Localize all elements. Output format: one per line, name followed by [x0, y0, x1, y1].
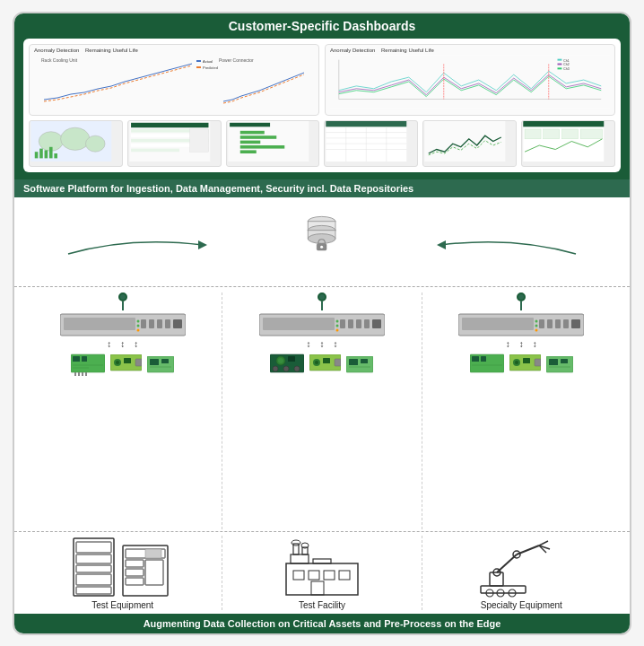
- svg-rect-68: [141, 319, 146, 328]
- right-chart-box: Anomaly Detection Remaining Useful Life: [325, 44, 615, 116]
- svg-rect-69: [149, 319, 154, 328]
- svg-rect-82: [78, 372, 80, 376]
- right-chart-svg: Ch1 Ch2 Ch3: [330, 55, 610, 109]
- svg-rect-163: [293, 571, 304, 580]
- svg-rect-81: [74, 372, 76, 376]
- svg-rect-42: [326, 121, 407, 127]
- svg-rect-1: [196, 60, 201, 62]
- svg-rect-11: [558, 58, 562, 60]
- svg-rect-67: [64, 318, 135, 330]
- svg-rect-54: [544, 129, 560, 139]
- right-arrow-to-db: [387, 231, 585, 258]
- svg-rect-164: [309, 571, 319, 580]
- svg-point-106: [278, 358, 283, 363]
- svg-rect-100: [372, 319, 381, 328]
- cloud-section: [14, 197, 630, 287]
- board-connector-3: [509, 354, 541, 376]
- svg-rect-51: [523, 121, 604, 162]
- svg-point-128: [535, 324, 538, 327]
- svg-rect-99: [364, 319, 370, 328]
- svg-rect-97: [348, 319, 353, 328]
- svg-rect-138: [535, 359, 541, 366]
- bottom-banner-text: Augmenting Data Collection on Critical A…: [23, 618, 621, 629]
- screen-thumbnail-row: [29, 120, 615, 167]
- svg-rect-114: [323, 358, 330, 363]
- arrow-bi-2b: ↕: [319, 339, 324, 349]
- svg-point-102: [335, 324, 338, 327]
- svg-rect-140: [549, 359, 558, 365]
- svg-point-75: [136, 328, 139, 331]
- svg-rect-152: [126, 569, 144, 576]
- server-unit-3: [458, 312, 584, 337]
- svg-rect-89: [135, 359, 142, 366]
- cloud-row: [32, 203, 612, 281]
- software-platform-banner: Software Platform for Ingestion, Data Ma…: [14, 179, 630, 197]
- svg-rect-167: [311, 581, 324, 595]
- svg-point-103: [335, 328, 338, 331]
- dashboard-content: Anomaly Detection Remaining Useful Life …: [23, 39, 621, 172]
- svg-point-73: [136, 319, 139, 322]
- test-facility-label: Test Facility: [299, 600, 345, 610]
- board-orange-2: [309, 354, 341, 376]
- svg-rect-84: [85, 372, 87, 376]
- arrows-bidirectional-1: ↕ ↕ ↕: [107, 339, 138, 349]
- board-small-2: [346, 356, 373, 376]
- svg-point-65: [320, 245, 323, 248]
- svg-point-74: [136, 324, 139, 327]
- edge-column-3: ↕ ↕ ↕: [422, 292, 621, 529]
- svg-rect-25: [54, 153, 57, 158]
- boards-row-2: [270, 353, 373, 376]
- svg-rect-78: [82, 356, 87, 362]
- arrow-bi-2a: ↕: [306, 339, 310, 349]
- svg-rect-151: [126, 560, 144, 567]
- specialty-equipment-icon-box: [467, 536, 575, 598]
- svg-text:Actual: Actual: [203, 59, 213, 64]
- test-equipment-svg: [69, 537, 177, 598]
- specialty-equipment-label: Specialty Equipment: [481, 600, 562, 610]
- arrow-bi-3a: ↕: [506, 339, 510, 349]
- svg-point-136: [515, 361, 518, 364]
- svg-rect-35: [230, 122, 270, 127]
- edge-section: ↕ ↕ ↕: [14, 287, 630, 614]
- left-chart-label: Anomaly Detection Remaining Useful Life: [34, 48, 314, 53]
- svg-point-63: [308, 233, 335, 243]
- svg-rect-132: [481, 356, 486, 362]
- edge-column-2: ↕ ↕ ↕: [222, 292, 422, 529]
- svg-rect-115: [335, 359, 341, 366]
- svg-rect-91: [150, 359, 159, 365]
- svg-point-129: [535, 328, 538, 331]
- svg-rect-24: [49, 146, 53, 158]
- svg-line-177: [539, 541, 548, 546]
- thumb-stats: [521, 120, 615, 167]
- board-green-1: [71, 353, 105, 376]
- svg-point-87: [116, 361, 119, 364]
- svg-rect-121: [462, 318, 534, 330]
- svg-rect-144: [76, 542, 111, 553]
- dot-connector-2: [318, 292, 326, 301]
- svg-rect-40: [239, 150, 256, 153]
- svg-point-113: [315, 361, 318, 364]
- svg-rect-53: [525, 129, 541, 139]
- svg-point-20: [85, 135, 105, 152]
- svg-point-110: [294, 366, 300, 371]
- test-equipment-icon-box: [69, 536, 177, 598]
- arrow-bi-3c: ↕: [533, 339, 537, 349]
- svg-text:Power Connector: Power Connector: [219, 57, 254, 63]
- svg-rect-165: [324, 571, 335, 580]
- svg-rect-88: [124, 358, 131, 363]
- edge-column-1: ↕ ↕ ↕: [23, 292, 222, 529]
- svg-rect-168: [481, 586, 526, 593]
- equip-col-facility: Test Facility: [222, 536, 422, 610]
- svg-rect-122: [539, 319, 544, 328]
- svg-text:Predicted: Predicted: [203, 65, 218, 70]
- svg-rect-137: [523, 358, 530, 363]
- svg-marker-57: [198, 240, 207, 249]
- left-chart-svg: Rack Cooling Unit Actual Predicted Power…: [34, 55, 314, 109]
- svg-rect-141: [561, 359, 568, 363]
- svg-rect-32: [131, 148, 179, 152]
- dot-connector-3: [517, 292, 526, 301]
- svg-rect-39: [239, 145, 284, 149]
- svg-rect-123: [547, 319, 553, 328]
- svg-rect-36: [239, 130, 264, 134]
- svg-rect-37: [239, 135, 276, 139]
